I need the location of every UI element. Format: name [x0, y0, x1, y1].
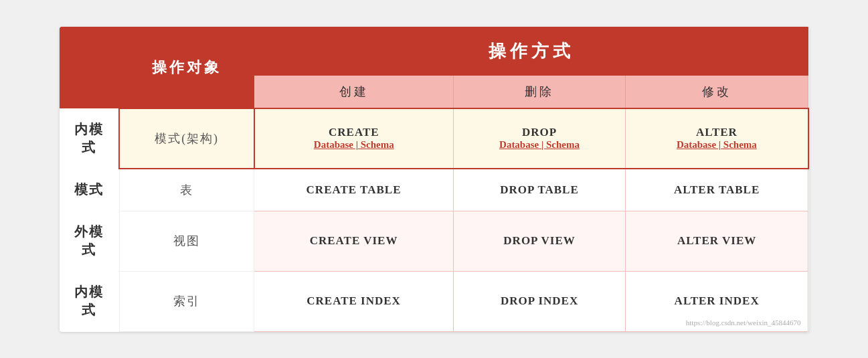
alter-cell: ALTERDatabase | Schema	[626, 108, 808, 169]
header-drop-label: 删除	[453, 75, 625, 108]
table-row: 外模式视图CREATE VIEWDROP VIEWALTER VIEW	[60, 211, 808, 271]
table-row: 模式表CREATE TABLEDROP TABLEALTER TABLE	[60, 169, 808, 211]
main-table-wrapper: 操作对象 操作方式 创建 删除 修改 内模式模式(架构)CREATEDataba…	[60, 27, 809, 332]
header-empty-cell	[60, 27, 119, 75]
object-cell: 表	[119, 169, 254, 211]
alter-cell: ALTER VIEW	[626, 211, 808, 271]
data-table: 操作对象 操作方式 创建 删除 修改 内模式模式(架构)CREATEDataba…	[60, 27, 809, 332]
create-cell: CREATE VIEW	[254, 211, 454, 271]
drop-cell: DROPDatabase | Schema	[453, 108, 625, 169]
header-alter-label: 修改	[626, 75, 808, 108]
header-row2-spacer	[60, 75, 119, 108]
table-row: 内模式模式(架构)CREATEDatabase | SchemaDROPData…	[60, 108, 808, 169]
header-row-1: 操作对象 操作方式	[60, 27, 808, 75]
header-operation-label: 操作方式	[254, 27, 808, 75]
watermark: https://blog.csdn.net/weixin_45844670	[686, 319, 801, 327]
drop-cell: DROP TABLE	[453, 169, 625, 211]
level-label: 外模式	[60, 211, 119, 271]
level-label: 内模式	[60, 108, 119, 169]
object-cell: 模式(架构)	[119, 108, 254, 169]
drop-cell: DROP INDEX	[453, 271, 625, 331]
level-label: 模式	[60, 169, 119, 211]
create-cell: CREATEDatabase | Schema	[254, 108, 454, 169]
object-cell: 视图	[119, 211, 254, 271]
create-cell: CREATE INDEX	[254, 271, 454, 331]
level-label: 内模式	[60, 271, 119, 331]
alter-cell: ALTER TABLE	[626, 169, 808, 211]
create-cell: CREATE TABLE	[254, 169, 454, 211]
object-cell: 索引	[119, 271, 254, 331]
header-object-label: 操作对象	[119, 27, 254, 108]
header-create-label: 创建	[254, 75, 454, 108]
table-body: 内模式模式(架构)CREATEDatabase | SchemaDROPData…	[60, 108, 808, 332]
drop-cell: DROP VIEW	[453, 211, 625, 271]
